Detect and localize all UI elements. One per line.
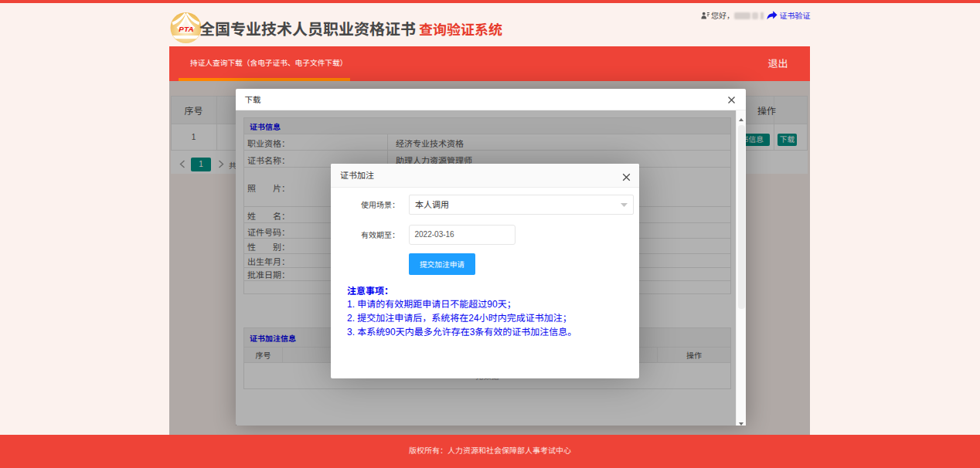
svg-text:PTA: PTA: [179, 25, 193, 33]
